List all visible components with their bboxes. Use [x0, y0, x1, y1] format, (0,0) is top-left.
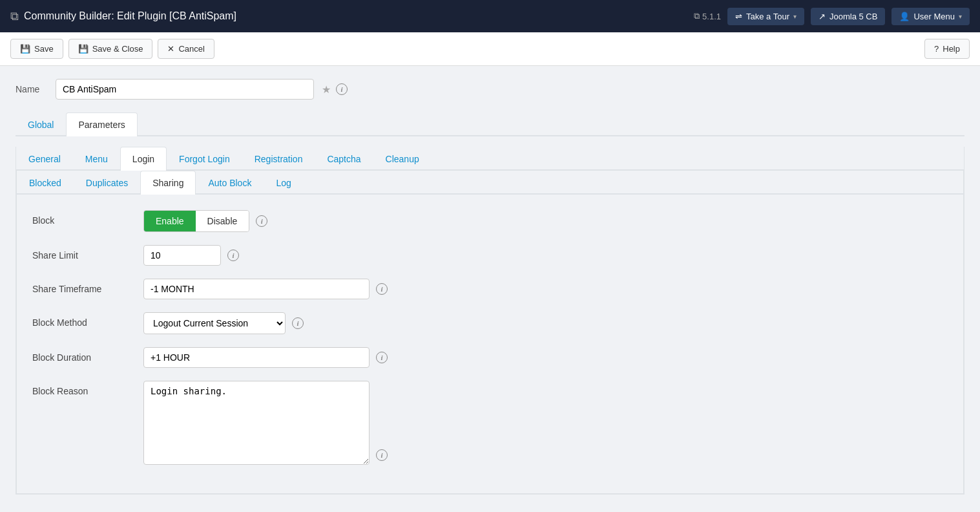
block-control: Enable Disable i — [143, 210, 267, 232]
tabs-level2: General Menu Login Forgot Login Registra… — [16, 147, 964, 171]
tab-menu[interactable]: Menu — [73, 147, 120, 171]
save-button[interactable]: 💾 Save — [10, 39, 63, 59]
take-tour-button[interactable]: ⇌ Take a Tour ▾ — [727, 8, 804, 25]
share-limit-row: Share Limit i — [32, 245, 948, 266]
toolbar-actions: 💾 Save 💾 Save & Close ✕ Cancel — [10, 39, 214, 59]
tab-duplicates[interactable]: Duplicates — [74, 171, 140, 195]
external-link-icon: ↗ — [818, 12, 826, 21]
cb-icon: ⧉ — [694, 11, 700, 21]
tab-content-level1: General Menu Login Forgot Login Registra… — [16, 147, 964, 495]
cancel-button[interactable]: ✕ Cancel — [158, 39, 214, 59]
tab-parameters[interactable]: Parameters — [66, 112, 137, 136]
block-reason-textarea[interactable]: Login sharing. — [143, 381, 370, 465]
tabs-level3: Blocked Duplicates Sharing Auto Block Lo… — [17, 171, 963, 195]
tab-cleanup[interactable]: Cleanup — [373, 147, 432, 171]
save-icon: 💾 — [20, 44, 30, 54]
share-limit-control: i — [143, 245, 239, 266]
block-method-row: Block Method Logout Current Session Bloc… — [32, 312, 948, 334]
tab-sharing[interactable]: Sharing — [140, 171, 196, 195]
block-duration-control: i — [143, 347, 388, 368]
top-nav: ⧉ Community Builder: Edit Plugin [CB Ant… — [0, 0, 980, 32]
block-toggle-group: Enable Disable — [143, 210, 249, 232]
tab-panel-sharing: Block Enable Disable i Share Limit i — [17, 195, 963, 493]
tab-registration[interactable]: Registration — [242, 147, 315, 171]
tab-general[interactable]: General — [16, 147, 73, 171]
tab-global[interactable]: Global — [16, 112, 66, 136]
chevron-down-icon: ▾ — [959, 13, 962, 20]
tab-auto-block[interactable]: Auto Block — [196, 171, 264, 195]
block-reason-info-icon: i — [376, 449, 388, 461]
share-timeframe-input[interactable] — [143, 279, 370, 299]
joomla-button[interactable]: ↗ Joomla 5 CB — [811, 8, 885, 25]
tabs-level1: Global Parameters — [16, 112, 964, 136]
star-icon: ★ — [322, 83, 331, 96]
share-limit-info-icon: i — [227, 250, 239, 261]
cancel-icon: ✕ — [167, 44, 174, 54]
block-reason-row: Block Reason Login sharing. i — [32, 381, 948, 465]
save-close-button[interactable]: 💾 Save & Close — [68, 39, 153, 59]
share-limit-input[interactable] — [143, 245, 221, 266]
name-row: Name ★ i — [16, 79, 964, 100]
block-method-label: Block Method — [32, 312, 136, 328]
block-enable-button[interactable]: Enable — [144, 211, 196, 231]
app-title: ⧉ Community Builder: Edit Plugin [CB Ant… — [10, 10, 686, 23]
tab-content-level2: Blocked Duplicates Sharing Auto Block Lo… — [16, 171, 964, 494]
block-label: Block — [32, 210, 136, 226]
tab-log[interactable]: Log — [264, 171, 303, 195]
block-method-control: Logout Current Session Block Account Bot… — [143, 312, 304, 334]
info-icon: i — [336, 83, 348, 95]
name-icons: ★ i — [322, 83, 348, 96]
share-timeframe-control: i — [143, 279, 388, 299]
block-duration-info-icon: i — [376, 352, 388, 363]
puzzle-icon: ⧉ — [10, 10, 19, 23]
block-info-icon: i — [256, 215, 267, 227]
block-row: Block Enable Disable i — [32, 210, 948, 232]
user-menu-button[interactable]: 👤 User Menu ▾ — [891, 8, 970, 25]
tab-blocked[interactable]: Blocked — [17, 171, 74, 195]
share-timeframe-info-icon: i — [376, 283, 388, 295]
name-label: Name — [16, 84, 48, 94]
version-badge: ⧉ 5.1.1 — [694, 11, 721, 21]
toolbar: 💾 Save 💾 Save & Close ✕ Cancel ? Help — [0, 32, 980, 66]
user-icon: 👤 — [899, 12, 910, 21]
share-timeframe-row: Share Timeframe i — [32, 279, 948, 299]
block-reason-control: Login sharing. i — [143, 381, 388, 465]
name-input[interactable] — [56, 79, 314, 100]
block-duration-label: Block Duration — [32, 347, 136, 363]
block-method-select[interactable]: Logout Current Session Block Account Bot… — [143, 312, 286, 334]
block-method-info-icon: i — [292, 317, 304, 329]
block-reason-label: Block Reason — [32, 381, 136, 396]
block-disable-button[interactable]: Disable — [196, 211, 249, 231]
chevron-down-icon: ▾ — [793, 13, 797, 20]
save-close-icon: 💾 — [78, 44, 89, 54]
tour-icon: ⇌ — [735, 12, 742, 21]
block-duration-row: Block Duration i — [32, 347, 948, 368]
tab-forgot-login[interactable]: Forgot Login — [167, 147, 242, 171]
tab-login[interactable]: Login — [120, 147, 167, 171]
block-duration-input[interactable] — [143, 347, 370, 368]
share-limit-label: Share Limit — [32, 245, 136, 261]
tab-captcha[interactable]: Captcha — [315, 147, 373, 171]
help-icon: ? — [934, 44, 939, 54]
share-timeframe-label: Share Timeframe — [32, 279, 136, 294]
main-content: Name ★ i Global Parameters General Menu … — [0, 66, 980, 507]
nav-right: ⧉ 5.1.1 ⇌ Take a Tour ▾ ↗ Joomla 5 CB 👤 … — [694, 8, 970, 25]
help-button[interactable]: ? Help — [924, 39, 970, 59]
